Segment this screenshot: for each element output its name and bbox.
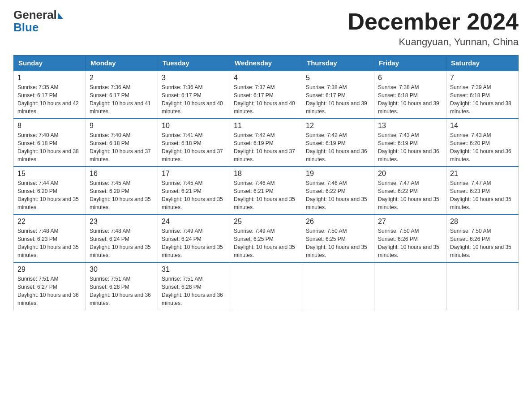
day-info: Sunrise: 7:37 AMSunset: 6:17 PMDaylight:…: [234, 83, 298, 116]
calendar-table: SundayMondayTuesdayWednesdayThursdayFrid…: [13, 55, 519, 310]
header: General Blue December 2024 Kuangyuan, Yu…: [13, 9, 519, 48]
day-number: 7: [450, 74, 515, 82]
calendar-cell: 26Sunrise: 7:50 AMSunset: 6:25 PMDayligh…: [302, 214, 374, 262]
day-info: Sunrise: 7:47 AMSunset: 6:23 PMDaylight:…: [450, 179, 515, 211]
calendar-week-2: 8Sunrise: 7:40 AMSunset: 6:18 PMDaylight…: [14, 119, 519, 167]
day-info: Sunrise: 7:41 AMSunset: 6:18 PMDaylight:…: [162, 131, 226, 163]
calendar-header-sunday: Sunday: [14, 56, 86, 71]
calendar-header-saturday: Saturday: [446, 56, 519, 71]
calendar-cell: 25Sunrise: 7:49 AMSunset: 6:25 PMDayligh…: [230, 214, 302, 262]
title-block: December 2024 Kuangyuan, Yunnan, China: [348, 9, 519, 48]
day-number: 24: [162, 218, 226, 226]
day-number: 6: [378, 74, 442, 82]
calendar-cell: 31Sunrise: 7:51 AMSunset: 6:28 PMDayligh…: [158, 262, 230, 310]
day-number: 9: [90, 122, 154, 130]
calendar-cell: 18Sunrise: 7:46 AMSunset: 6:21 PMDayligh…: [230, 167, 302, 214]
calendar-cell: [446, 262, 519, 310]
day-number: 14: [450, 122, 515, 130]
calendar-cell: 29Sunrise: 7:51 AMSunset: 6:27 PMDayligh…: [14, 262, 86, 310]
calendar-cell: 9Sunrise: 7:40 AMSunset: 6:18 PMDaylight…: [86, 119, 158, 167]
day-number: 1: [17, 74, 82, 82]
day-number: 31: [162, 265, 226, 274]
calendar-cell: [374, 262, 446, 310]
day-info: Sunrise: 7:51 AMSunset: 6:28 PMDaylight:…: [90, 275, 154, 307]
calendar-cell: 13Sunrise: 7:43 AMSunset: 6:19 PMDayligh…: [374, 119, 446, 167]
calendar-cell: 16Sunrise: 7:45 AMSunset: 6:20 PMDayligh…: [86, 167, 158, 214]
logo: General Blue: [13, 9, 63, 34]
day-number: 26: [306, 218, 370, 226]
day-info: Sunrise: 7:50 AMSunset: 6:25 PMDaylight:…: [306, 227, 370, 259]
day-number: 17: [162, 170, 226, 178]
day-number: 27: [378, 218, 442, 226]
day-info: Sunrise: 7:42 AMSunset: 6:19 PMDaylight:…: [306, 131, 370, 163]
logo-triangle-icon: [58, 13, 63, 19]
day-number: 10: [162, 122, 226, 130]
day-info: Sunrise: 7:50 AMSunset: 6:26 PMDaylight:…: [450, 227, 515, 259]
day-info: Sunrise: 7:45 AMSunset: 6:21 PMDaylight:…: [162, 179, 226, 211]
day-info: Sunrise: 7:38 AMSunset: 6:18 PMDaylight:…: [378, 83, 442, 116]
calendar-header-friday: Friday: [374, 56, 446, 71]
day-number: 28: [450, 218, 515, 226]
calendar-subtitle: Kuangyuan, Yunnan, China: [348, 36, 519, 48]
calendar-cell: [302, 262, 374, 310]
calendar-cell: 20Sunrise: 7:47 AMSunset: 6:22 PMDayligh…: [374, 167, 446, 214]
day-number: 29: [17, 265, 82, 274]
day-number: 12: [306, 122, 370, 130]
day-number: 4: [234, 74, 298, 82]
calendar-cell: 6Sunrise: 7:38 AMSunset: 6:18 PMDaylight…: [374, 71, 446, 119]
day-info: Sunrise: 7:36 AMSunset: 6:17 PMDaylight:…: [162, 83, 226, 116]
day-info: Sunrise: 7:47 AMSunset: 6:22 PMDaylight:…: [378, 179, 442, 211]
logo-general-text: General: [13, 9, 57, 21]
calendar-cell: 5Sunrise: 7:38 AMSunset: 6:17 PMDaylight…: [302, 71, 374, 119]
day-info: Sunrise: 7:51 AMSunset: 6:27 PMDaylight:…: [17, 275, 82, 307]
calendar-week-5: 29Sunrise: 7:51 AMSunset: 6:27 PMDayligh…: [14, 262, 519, 310]
day-info: Sunrise: 7:43 AMSunset: 6:19 PMDaylight:…: [378, 131, 442, 163]
calendar-header-tuesday: Tuesday: [158, 56, 230, 71]
calendar-cell: 8Sunrise: 7:40 AMSunset: 6:18 PMDaylight…: [14, 119, 86, 167]
calendar-cell: 17Sunrise: 7:45 AMSunset: 6:21 PMDayligh…: [158, 167, 230, 214]
day-info: Sunrise: 7:48 AMSunset: 6:23 PMDaylight:…: [17, 227, 82, 259]
day-number: 20: [378, 170, 442, 178]
calendar-week-4: 22Sunrise: 7:48 AMSunset: 6:23 PMDayligh…: [14, 214, 519, 262]
calendar-cell: 30Sunrise: 7:51 AMSunset: 6:28 PMDayligh…: [86, 262, 158, 310]
calendar-week-1: 1Sunrise: 7:35 AMSunset: 6:17 PMDaylight…: [14, 71, 519, 119]
calendar-cell: 21Sunrise: 7:47 AMSunset: 6:23 PMDayligh…: [446, 167, 519, 214]
calendar-header-thursday: Thursday: [302, 56, 374, 71]
calendar-cell: 12Sunrise: 7:42 AMSunset: 6:19 PMDayligh…: [302, 119, 374, 167]
calendar-cell: 22Sunrise: 7:48 AMSunset: 6:23 PMDayligh…: [14, 214, 86, 262]
calendar-header-monday: Monday: [86, 56, 158, 71]
day-info: Sunrise: 7:42 AMSunset: 6:19 PMDaylight:…: [234, 131, 298, 163]
calendar-cell: 27Sunrise: 7:50 AMSunset: 6:26 PMDayligh…: [374, 214, 446, 262]
calendar-cell: 14Sunrise: 7:43 AMSunset: 6:20 PMDayligh…: [446, 119, 519, 167]
day-info: Sunrise: 7:40 AMSunset: 6:18 PMDaylight:…: [90, 131, 154, 163]
calendar-cell: 10Sunrise: 7:41 AMSunset: 6:18 PMDayligh…: [158, 119, 230, 167]
day-info: Sunrise: 7:46 AMSunset: 6:21 PMDaylight:…: [234, 179, 298, 211]
day-number: 8: [17, 122, 82, 130]
day-number: 16: [90, 170, 154, 178]
calendar-cell: 11Sunrise: 7:42 AMSunset: 6:19 PMDayligh…: [230, 119, 302, 167]
day-info: Sunrise: 7:39 AMSunset: 6:18 PMDaylight:…: [450, 83, 515, 116]
day-info: Sunrise: 7:48 AMSunset: 6:24 PMDaylight:…: [90, 227, 154, 259]
calendar-cell: 24Sunrise: 7:49 AMSunset: 6:24 PMDayligh…: [158, 214, 230, 262]
day-info: Sunrise: 7:44 AMSunset: 6:20 PMDaylight:…: [17, 179, 82, 211]
day-info: Sunrise: 7:35 AMSunset: 6:17 PMDaylight:…: [17, 83, 82, 116]
day-info: Sunrise: 7:49 AMSunset: 6:24 PMDaylight:…: [162, 227, 226, 259]
calendar-cell: 2Sunrise: 7:36 AMSunset: 6:17 PMDaylight…: [86, 71, 158, 119]
calendar-header-wednesday: Wednesday: [230, 56, 302, 71]
calendar-cell: 23Sunrise: 7:48 AMSunset: 6:24 PMDayligh…: [86, 214, 158, 262]
day-info: Sunrise: 7:51 AMSunset: 6:28 PMDaylight:…: [162, 275, 226, 307]
day-info: Sunrise: 7:49 AMSunset: 6:25 PMDaylight:…: [234, 227, 298, 259]
day-info: Sunrise: 7:40 AMSunset: 6:18 PMDaylight:…: [17, 131, 82, 163]
day-number: 3: [162, 74, 226, 82]
calendar-week-3: 15Sunrise: 7:44 AMSunset: 6:20 PMDayligh…: [14, 167, 519, 214]
calendar-cell: 28Sunrise: 7:50 AMSunset: 6:26 PMDayligh…: [446, 214, 519, 262]
day-number: 21: [450, 170, 515, 178]
day-number: 30: [90, 265, 154, 274]
day-number: 25: [234, 218, 298, 226]
day-info: Sunrise: 7:46 AMSunset: 6:22 PMDaylight:…: [306, 179, 370, 211]
day-number: 19: [306, 170, 370, 178]
calendar-cell: 15Sunrise: 7:44 AMSunset: 6:20 PMDayligh…: [14, 167, 86, 214]
calendar-cell: 19Sunrise: 7:46 AMSunset: 6:22 PMDayligh…: [302, 167, 374, 214]
calendar-cell: 4Sunrise: 7:37 AMSunset: 6:17 PMDaylight…: [230, 71, 302, 119]
day-info: Sunrise: 7:43 AMSunset: 6:20 PMDaylight:…: [450, 131, 515, 163]
